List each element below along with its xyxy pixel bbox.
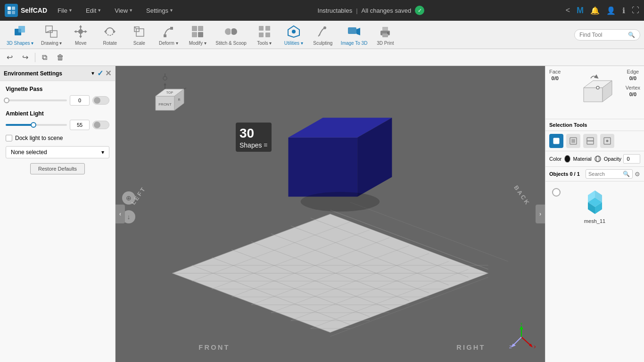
orbit-button[interactable]: ⊕	[122, 191, 135, 205]
restore-defaults-button[interactable]: Restore Defaults	[30, 163, 85, 174]
objects-search-input[interactable]	[588, 171, 621, 177]
svg-rect-24	[170, 27, 173, 30]
svg-rect-7	[50, 31, 57, 37]
objects-search[interactable]: 🔍	[586, 169, 633, 179]
objects-list: mesh_11	[545, 181, 644, 362]
svg-point-36	[292, 30, 296, 33]
svg-rect-1	[12, 7, 15, 10]
edge-info: Edge 0/0	[626, 69, 640, 81]
ambient-toggle[interactable]	[92, 121, 109, 129]
svg-marker-19	[104, 30, 106, 33]
dropdown-arrow-icon: ▾	[101, 149, 104, 156]
objects-gear-icon[interactable]: ⚙	[635, 171, 640, 178]
tool-3d-shapes-label: 3D Shapes ▾	[7, 41, 33, 46]
tool-3d-print[interactable]: 3D Print	[371, 22, 399, 48]
svg-marker-15	[74, 30, 76, 33]
logo[interactable]: SelfCAD	[5, 4, 47, 17]
vignette-slider-thumb[interactable]	[4, 98, 9, 103]
svg-rect-2	[8, 11, 11, 14]
copy-button[interactable]: ⧉	[39, 52, 50, 63]
undo-button[interactable]: ↩	[4, 52, 16, 63]
logo-icon	[5, 4, 18, 17]
material-icon[interactable]	[594, 155, 601, 163]
svg-marker-39	[356, 28, 360, 35]
svg-marker-101	[511, 344, 516, 347]
menu-view[interactable]: View ▼	[112, 5, 136, 16]
tool-drawing[interactable]: Drawing ▾	[37, 22, 66, 48]
tool-image-to-3d-label: Image To 3D	[341, 41, 368, 46]
object-radio[interactable]	[552, 188, 561, 197]
tool-deform-label: Deform ▾	[159, 41, 178, 46]
tool-tools[interactable]: Tools ▾	[250, 22, 279, 48]
toolbar: 3D Shapes ▾ Drawing ▾ Move Rotate Scale …	[0, 21, 644, 49]
selection-tools-header: Selection Tools	[545, 119, 644, 131]
svg-point-37	[323, 26, 326, 29]
env-accept-icon[interactable]: ✓	[97, 69, 103, 78]
svg-text:FRONT: FRONT	[158, 102, 172, 107]
drawing-icon	[43, 24, 59, 40]
menu-settings[interactable]: Settings ▼	[143, 5, 176, 16]
delete-button[interactable]: 🗑	[54, 52, 67, 63]
3d-shapes-icon	[12, 24, 28, 40]
tool-deform[interactable]: Deform ▾	[154, 22, 182, 48]
tool-utilities[interactable]: Utilities ▾	[280, 22, 308, 48]
topbar-right: < M 🔔 👤 ℹ ⛶	[566, 6, 639, 16]
face-count: 0/0	[552, 75, 559, 81]
dock-light-label: Dock light to scene	[15, 135, 63, 141]
ambient-slider-track[interactable]	[6, 124, 67, 126]
nav-cube[interactable]: FRONT TOP R	[144, 73, 186, 115]
menu-edit[interactable]: Edit ▼	[83, 5, 104, 16]
redo-button[interactable]: ↪	[19, 52, 31, 63]
svg-text:X: X	[534, 345, 536, 349]
topbar: SelfCAD File ▼ Edit ▼ View ▼ Settings ▼ …	[0, 0, 644, 21]
right-panel-toggle[interactable]: ›	[536, 205, 545, 223]
svg-point-92	[163, 76, 167, 80]
none-selected-dropdown[interactable]: None selected ▾	[6, 146, 109, 158]
svg-marker-89	[164, 83, 166, 85]
sel-vertex-tool[interactable]	[600, 134, 614, 148]
vignette-toggle[interactable]	[92, 96, 109, 105]
tool-sculpting[interactable]: Sculpting	[309, 22, 337, 48]
tool-stitch-scoop[interactable]: Stitch & Scoop	[213, 22, 249, 48]
edge-vertex-info: Edge 0/0 Vertex 0/0	[626, 69, 640, 97]
ambient-value[interactable]: 55	[70, 120, 90, 130]
env-dropdown-arrow[interactable]: ▼	[91, 71, 95, 76]
vignette-value[interactable]: 0	[70, 95, 90, 106]
tool-modify[interactable]: Modify ▾	[183, 22, 212, 48]
ambient-slider-thumb[interactable]	[31, 122, 36, 128]
svg-marker-95	[520, 326, 523, 329]
color-swatch[interactable]	[564, 155, 570, 163]
ambient-toggle-circle	[94, 122, 100, 128]
tool-rotate[interactable]: Rotate	[96, 22, 124, 48]
bell-icon[interactable]: 🔔	[590, 6, 600, 15]
tool-3d-print-label: 3D Print	[377, 41, 394, 46]
sel-object-tool[interactable]	[549, 134, 563, 148]
info-icon[interactable]: ℹ	[622, 6, 625, 15]
env-close-icon[interactable]: ✕	[105, 69, 111, 78]
m-icon[interactable]: M	[577, 6, 584, 16]
share-icon[interactable]: <	[566, 6, 570, 15]
svg-point-30	[231, 28, 237, 35]
object-item-mesh11[interactable]: mesh_11	[549, 185, 640, 227]
tool-tools-label: Tools ▾	[257, 41, 272, 46]
save-status-text: All changes saved	[362, 7, 412, 14]
sel-face-tool[interactable]	[566, 134, 580, 148]
menu-file[interactable]: File ▼	[55, 5, 75, 16]
vignette-slider-track[interactable]	[6, 99, 67, 101]
sel-edge-tool[interactable]	[583, 134, 597, 148]
tool-image-to-3d[interactable]: Image To 3D	[338, 22, 371, 48]
find-tool-input[interactable]	[579, 32, 625, 38]
instructables-text: Instructables	[318, 7, 353, 14]
tool-move[interactable]: Move	[66, 22, 95, 48]
dock-light-checkbox[interactable]	[6, 135, 12, 141]
user-icon[interactable]: 👤	[606, 6, 616, 15]
viewport[interactable]: FRONT RIGHT LEFT BACK 30 Shapes =	[116, 66, 545, 362]
left-panel-toggle[interactable]: ‹	[116, 205, 125, 223]
fullscreen-icon[interactable]: ⛶	[632, 6, 639, 15]
tool-scale[interactable]: Scale	[125, 22, 153, 48]
opacity-input[interactable]	[623, 154, 640, 164]
vignette-slider-row: 0	[6, 95, 109, 106]
svg-rect-28	[198, 32, 203, 37]
svg-rect-42	[382, 27, 388, 31]
tool-3d-shapes[interactable]: 3D Shapes ▾	[4, 22, 36, 48]
